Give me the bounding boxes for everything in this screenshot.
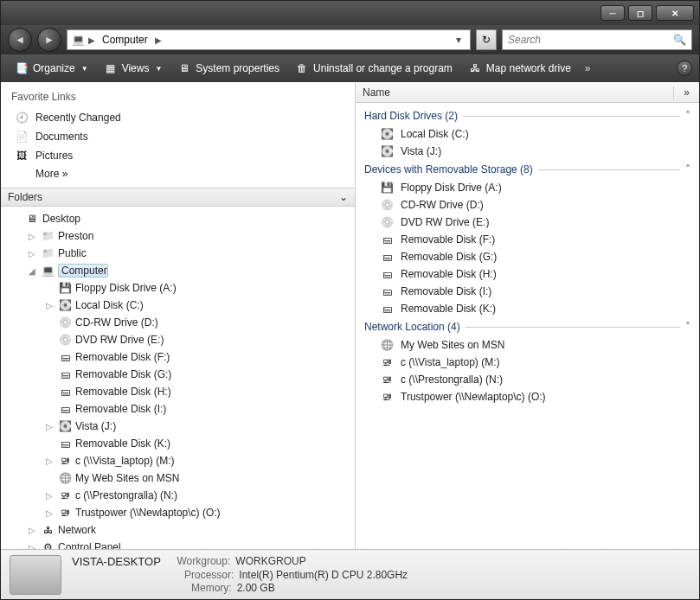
toolbar-overflow[interactable]: » <box>580 62 596 74</box>
uninstall-button[interactable]: 🗑 Uninstall or change a program <box>288 58 459 79</box>
refresh-button[interactable]: ↻ <box>476 29 497 50</box>
expand-icon[interactable]: ▷ <box>27 232 37 241</box>
expand-icon[interactable]: ▷ <box>27 249 37 259</box>
organize-label: Organize <box>33 62 75 74</box>
tree-node[interactable]: Removable Disk (H:) <box>6 383 355 400</box>
organize-button[interactable]: 📑 Organize ▼ <box>8 58 95 79</box>
workgroup-label: Workgroup: <box>177 555 231 568</box>
tree-node[interactable]: Removable Disk (F:) <box>6 348 355 366</box>
folder-tree[interactable]: Desktop▷Preston▷Public◢ComputerFloppy Di… <box>1 207 355 549</box>
tree-label: Vista (J:) <box>75 420 116 432</box>
list-item[interactable]: Floppy Disk Drive (A:) <box>356 179 699 196</box>
favorite-link[interactable]: Recently Changed <box>11 108 344 127</box>
help-button[interactable]: ? <box>677 61 692 76</box>
tree-node[interactable]: DVD RW Drive (E:) <box>6 331 355 348</box>
tree-label: Removable Disk (F:) <box>75 351 170 363</box>
tree-node[interactable]: ▷c (\\Prestongralla) (N:) <box>6 487 355 504</box>
list-item[interactable]: Local Disk (C:) <box>356 125 699 143</box>
close-button[interactable]: ✕ <box>656 5 694 21</box>
minimize-button[interactable]: ─ <box>600 5 625 21</box>
breadcrumb-computer[interactable]: Computer <box>99 32 151 48</box>
list-item[interactable]: Removable Disk (F:) <box>356 231 699 248</box>
expand-icon[interactable]: ▷ <box>27 526 37 535</box>
tree-label: c (\\Vista_laptop) (M:) <box>75 455 174 467</box>
tree-label: Computer <box>58 264 108 278</box>
chevron-up-icon[interactable]: ˄ <box>685 110 690 122</box>
tree-label: Floppy Disk Drive (A:) <box>75 282 177 294</box>
favorites-more[interactable]: More » <box>11 165 344 182</box>
computer-icon: 🖥 <box>177 61 191 75</box>
tree-node[interactable]: ▷Control Panel <box>6 539 355 549</box>
column-header[interactable]: Name » <box>356 82 699 103</box>
tree-node[interactable]: ▷c (\\Vista_laptop) (M:) <box>6 452 355 469</box>
list-item[interactable]: Vista (J:) <box>356 143 699 160</box>
column-overflow[interactable]: » <box>673 86 699 99</box>
expand-icon[interactable]: ▷ <box>44 508 55 518</box>
cp-icon <box>41 540 55 549</box>
computer-icon <box>71 33 85 47</box>
favorites-header: Favorite Links <box>11 91 344 103</box>
column-name[interactable]: Name <box>363 86 673 99</box>
tree-node[interactable]: ▷Network <box>6 521 355 539</box>
expand-icon[interactable]: ▷ <box>44 456 55 466</box>
chevron-right-icon[interactable]: ▶ <box>155 35 162 45</box>
tree-node[interactable]: ▷Vista (J:) <box>6 418 355 435</box>
tree-node[interactable]: ▷Preston <box>6 227 355 245</box>
tree-label: Removable Disk (I:) <box>75 403 166 415</box>
processor-value: Intel(R) Pentium(R) D CPU 2.80GHz <box>239 569 408 581</box>
tree-node[interactable]: ◢Computer <box>6 262 355 279</box>
expand-icon[interactable]: ▷ <box>44 301 55 310</box>
expand-icon[interactable]: ▷ <box>44 422 55 431</box>
chevron-up-icon[interactable]: ˄ <box>685 163 690 176</box>
chevron-right-icon[interactable]: ▶ <box>88 35 95 45</box>
tree-node[interactable]: ▷Trustpower (\\Newlaptop\c) (O:) <box>6 504 355 521</box>
tree-node[interactable]: Removable Disk (G:) <box>6 366 355 383</box>
forward-button[interactable]: ► <box>37 28 61 52</box>
list-item[interactable]: Removable Disk (K:) <box>356 300 699 317</box>
chevron-up-icon[interactable]: ˄ <box>685 321 690 333</box>
expand-icon[interactable]: ▷ <box>27 543 37 550</box>
group-header[interactable]: Network Location (4)˄ <box>356 317 699 336</box>
search-input[interactable] <box>508 34 673 46</box>
tree-node[interactable]: ▷Local Disk (C:) <box>6 297 355 314</box>
search-box[interactable]: 🔍 <box>502 29 692 50</box>
list-item[interactable]: c (\\Vista_laptop) (M:) <box>356 354 699 371</box>
expand-icon[interactable]: ◢ <box>27 266 37 276</box>
list-item[interactable]: Removable Disk (G:) <box>356 248 699 265</box>
tree-node[interactable]: Desktop <box>6 210 355 227</box>
tree-label: c (\\Prestongralla) (N:) <box>75 489 177 501</box>
item-label: c (\\Prestongralla) (N:) <box>401 373 503 386</box>
system-properties-button[interactable]: 🖥 System properties <box>170 58 286 79</box>
group-header[interactable]: Hard Disk Drives (2)˄ <box>356 106 699 125</box>
list-item[interactable]: My Web Sites on MSN <box>356 336 699 354</box>
tree-node[interactable]: Floppy Disk Drive (A:) <box>6 279 355 297</box>
list-item[interactable]: Removable Disk (I:) <box>356 283 699 300</box>
divider <box>466 327 680 328</box>
back-button[interactable]: ◄ <box>8 28 32 52</box>
favorite-link[interactable]: Documents <box>11 127 344 146</box>
folder-icon <box>41 246 55 260</box>
tree-node[interactable]: My Web Sites on MSN <box>6 469 355 487</box>
list-item[interactable]: CD-RW Drive (D:) <box>356 196 699 214</box>
maximize-button[interactable]: ◻ <box>628 5 652 21</box>
list-item[interactable]: Removable Disk (H:) <box>356 265 699 283</box>
favorite-link[interactable]: Pictures <box>11 146 344 165</box>
tree-node[interactable]: Removable Disk (I:) <box>6 400 355 418</box>
list-item[interactable]: c (\\Prestongralla) (N:) <box>356 371 699 388</box>
views-button[interactable]: ▦ Views ▼ <box>97 58 170 79</box>
usb-icon <box>380 284 394 298</box>
titlebar[interactable]: ─ ◻ ✕ <box>1 1 699 25</box>
address-dropdown[interactable]: ▾ <box>451 34 466 46</box>
group-header[interactable]: Devices with Removable Storage (8)˄ <box>356 160 699 179</box>
search-icon[interactable]: 🔍 <box>673 34 686 46</box>
netdrive-icon <box>380 355 394 369</box>
tree-node[interactable]: Removable Disk (K:) <box>6 435 355 452</box>
tree-node[interactable]: ▷Public <box>6 245 355 262</box>
map-drive-button[interactable]: 🖧 Map network drive <box>461 58 578 79</box>
address-bar[interactable]: ▶ Computer ▶ ▾ <box>67 29 471 50</box>
folders-header[interactable]: Folders ⌄ <box>1 188 355 207</box>
list-item[interactable]: Trustpower (\\Newlaptop\c) (O:) <box>356 388 699 405</box>
tree-node[interactable]: CD-RW Drive (D:) <box>6 314 355 331</box>
list-item[interactable]: DVD RW Drive (E:) <box>356 214 699 231</box>
expand-icon[interactable]: ▷ <box>44 491 55 501</box>
